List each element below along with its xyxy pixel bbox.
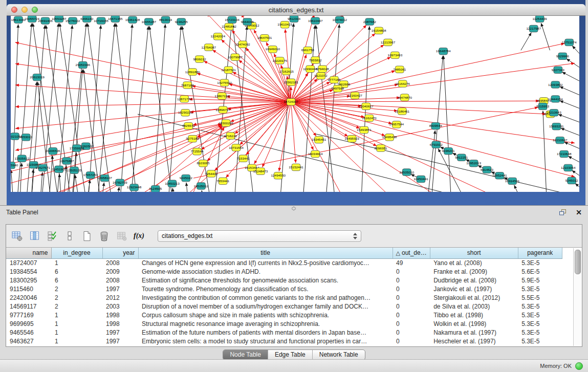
table-cell[interactable]: 1997 xyxy=(102,337,138,345)
table-cell[interactable]: 9465546 xyxy=(6,328,51,337)
graph-node[interactable]: 10731554 xyxy=(229,144,244,151)
row-height-icon[interactable] xyxy=(63,230,75,242)
graph-node[interactable]: 18613041 xyxy=(11,16,26,23)
graph-node[interactable]: 13290221 xyxy=(178,110,193,116)
graph-node[interactable]: 12160427 xyxy=(347,92,362,99)
table-cell[interactable]: Tourette syndrome. Phenomenology and cla… xyxy=(138,285,393,293)
graph-node[interactable]: 16914501 xyxy=(505,178,520,184)
graph-node[interactable]: 10553287 xyxy=(52,16,67,22)
graph-node[interactable]: 8409544 xyxy=(429,123,443,129)
table-row[interactable]: 946554611997Estimation of the future num… xyxy=(6,328,562,337)
graph-node[interactable]: 20613019 xyxy=(30,74,45,80)
table-cell[interactable]: 2009 xyxy=(102,267,138,276)
graph-node[interactable]: 6716222 xyxy=(224,133,237,139)
graph-node[interactable]: 9329966 xyxy=(556,53,570,59)
table-cell[interactable]: 5.3E-5 xyxy=(518,328,562,337)
new-document-icon[interactable] xyxy=(81,230,93,242)
table-cell[interactable]: 9699695 xyxy=(6,319,51,328)
tab-network-table[interactable]: Network Table xyxy=(312,350,365,360)
graph-node[interactable]: 6466160 xyxy=(80,16,94,22)
zoom-window-button[interactable] xyxy=(32,7,38,13)
table-cell[interactable]: 0 xyxy=(393,328,430,337)
graph-node[interactable]: 12242024 xyxy=(210,33,225,40)
graph-node[interactable]: 6794028 xyxy=(316,65,330,72)
minimize-window-button[interactable] xyxy=(21,7,28,13)
graph-node[interactable]: 9124505 xyxy=(149,186,162,192)
graph-node[interactable]: 14275512 xyxy=(217,79,232,86)
table-cell[interactable]: 0 xyxy=(393,319,430,328)
network-graph[interactable]: 1872400722481842122420241275408798060121… xyxy=(11,16,579,192)
table-cell[interactable]: Yano et al. (2008) xyxy=(430,258,518,267)
graph-node[interactable]: 15248473 xyxy=(253,168,268,174)
table-settings-icon[interactable] xyxy=(11,230,23,242)
table-cell[interactable]: Dudbridge et al. (2008) xyxy=(430,276,518,285)
graph-node[interactable]: 19361428 xyxy=(125,16,140,23)
table-cell[interactable]: 49 xyxy=(393,258,430,267)
table-cell[interactable]: 2008 xyxy=(102,258,138,267)
table-cell[interactable]: 5.3E-5 xyxy=(518,285,562,293)
table-row[interactable]: 969969511998Structural magnetic resonanc… xyxy=(6,319,562,328)
table-row[interactable]: 946362711997Embryonic stem cells: a mode… xyxy=(6,337,562,345)
tab-edge-table[interactable]: Edge Table xyxy=(268,350,312,360)
table-cell[interactable]: de Silva et al. (2003) xyxy=(430,302,518,311)
table-cell[interactable]: Stergiakouli et al. (2012) xyxy=(430,293,518,302)
graph-node[interactable]: 14957544 xyxy=(389,121,404,128)
table-cell[interactable]: 14569117 xyxy=(6,302,51,311)
graph-node[interactable]: 12871772 xyxy=(177,96,192,102)
graph-node[interactable]: 9196255 xyxy=(175,18,188,25)
table-cell[interactable]: Wolkin et al. (1998) xyxy=(430,319,518,328)
select-columns-icon[interactable] xyxy=(46,230,58,242)
table-cell[interactable]: 0 xyxy=(393,302,430,311)
table-cell[interactable]: 9777169 xyxy=(6,311,51,319)
table-cell[interactable]: 1 xyxy=(51,311,102,319)
table-cell[interactable]: 1 xyxy=(51,337,102,345)
graph-node[interactable]: 8103065 xyxy=(197,160,210,167)
delete-table-icon[interactable] xyxy=(98,230,110,242)
graph-node[interactable]: 16949010 xyxy=(266,46,280,53)
table-cell[interactable]: 22420046 xyxy=(6,293,51,302)
graph-node[interactable]: 13505135 xyxy=(67,167,82,173)
graph-node[interactable]: 13427571 xyxy=(35,164,50,171)
table-row[interactable]: 1830029562008Estimation of significance … xyxy=(6,276,562,285)
table-cell[interactable]: 2 xyxy=(51,293,102,302)
column-header-pagerank[interactable]: pagerank xyxy=(518,248,562,258)
tab-node-table[interactable]: Node Table xyxy=(223,350,268,360)
graph-node[interactable]: 18300295 xyxy=(219,120,233,126)
graph-node[interactable]: 17359924 xyxy=(70,145,84,151)
graph-node[interactable]: 24505012 xyxy=(194,183,209,189)
table-cell[interactable]: 5.3E-5 xyxy=(518,319,562,328)
graph-node[interactable]: 9275183 xyxy=(186,135,200,142)
network-canvas[interactable]: 1872400722481842122420241275408798060121… xyxy=(11,16,579,192)
graph-node[interactable]: 12187521 xyxy=(221,67,236,73)
graph-node[interactable]: 10450441 xyxy=(413,176,428,182)
column-header-year[interactable]: year xyxy=(102,248,138,258)
graph-node[interactable]: 15474092 xyxy=(235,41,250,48)
table-cell[interactable]: 5.3E-5 xyxy=(518,258,562,267)
table-cell[interactable]: 5.3E-5 xyxy=(518,311,562,319)
graph-node[interactable]: 10975887 xyxy=(59,158,74,164)
graph-node[interactable]: 20691406 xyxy=(38,17,53,24)
close-panel-icon[interactable]: ✕ xyxy=(576,209,582,216)
column-header-out-de-[interactable]: △out_de… xyxy=(393,248,430,258)
graph-node[interactable]: 12891880 xyxy=(185,69,200,75)
panel-resize-grip[interactable] xyxy=(291,206,297,211)
table-cell[interactable]: Corpus callosum shape and size in male p… xyxy=(138,311,393,319)
graph-node[interactable]: 12103054 xyxy=(561,164,576,171)
float-panel-icon[interactable] xyxy=(559,209,567,215)
table-cell[interactable]: 6 xyxy=(51,276,102,285)
graph-node[interactable]: 7254402 xyxy=(205,170,218,177)
table-cell[interactable]: Structural magnetic resonance image aver… xyxy=(138,319,393,328)
graph-node[interactable]: 13915940 xyxy=(11,162,18,168)
function-builder-icon[interactable]: f(x) xyxy=(133,230,145,242)
graph-node[interactable]: 9245022 xyxy=(180,174,193,181)
table-cell[interactable]: Jankovic et al. (1997) xyxy=(430,285,518,293)
graph-node[interactable]: 19610415 xyxy=(277,21,292,28)
table-cell[interactable]: 1997 xyxy=(102,285,138,293)
table-cell[interactable]: 1998 xyxy=(102,311,138,319)
table-cell[interactable]: 5.3E-5 xyxy=(518,337,562,345)
graph-node[interactable]: 17210648 xyxy=(557,150,572,157)
graph-node[interactable]: 10450213 xyxy=(165,180,180,187)
graph-node[interactable]: 7153441 xyxy=(237,155,250,162)
table-cell[interactable]: Estimation of significance thresholds fo… xyxy=(138,276,393,285)
table-cell[interactable]: 9115460 xyxy=(6,285,51,293)
